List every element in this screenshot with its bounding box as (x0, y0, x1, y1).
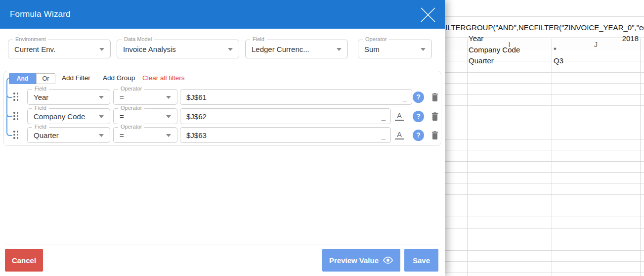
drag-handle-icon[interactable] (13, 112, 18, 120)
dialog-header: Formula Wizard (0, 0, 445, 29)
data-model-label: Data Model (122, 36, 154, 42)
formula-text: ILTERGROUP("AND",NECFILTER("ZINVOICE_YEA… (445, 23, 644, 32)
eye-icon (383, 256, 393, 264)
filter-row: Field Quarter Operator = $J$63 _ A ? (4, 127, 441, 143)
add-filter-button[interactable]: Add Filter (62, 74, 90, 82)
grid-line (552, 39, 552, 276)
cell-label[interactable]: Quarter (469, 55, 550, 66)
filter-value-input[interactable]: $J$61 _ (180, 89, 412, 105)
filter-field-select[interactable]: Field Quarter (27, 127, 110, 143)
filter-operator-label: Operator (118, 105, 144, 111)
cell-value[interactable]: Q3 (554, 55, 639, 66)
filter-field-label: Field (32, 86, 49, 92)
close-icon[interactable] (419, 6, 437, 24)
filter-field-label: Field (32, 105, 49, 111)
chevron-down-icon (99, 134, 104, 137)
footer-divider (4, 244, 441, 244)
grid-line (640, 39, 641, 276)
chevron-down-icon (99, 48, 104, 51)
chevron-down-icon (166, 134, 171, 137)
clear-all-filters-button[interactable]: Clear all filters (142, 74, 185, 82)
filter-operator-label: Operator (118, 86, 144, 92)
filter-operator-label: Operator (118, 124, 144, 130)
chevron-down-icon (166, 96, 171, 99)
environment-value: Current Env. (14, 45, 55, 53)
sheet-row-year[interactable]: Year 2018 (445, 33, 644, 44)
text-format-icon[interactable]: A (395, 130, 404, 139)
filter-operator-value: = (120, 131, 124, 139)
cursor-underscore: _ (403, 93, 407, 102)
filter-builder: And Or Add Filter Add Group Clear all fi… (3, 71, 441, 146)
operator-value: Sum (364, 45, 380, 53)
filter-field-select[interactable]: Field Year (27, 89, 110, 105)
preview-value-button[interactable]: Preview Value (322, 249, 400, 272)
drag-handle-icon[interactable] (13, 131, 18, 139)
dialog-title: Formula Wizard (10, 9, 71, 19)
chevron-down-icon (99, 96, 104, 99)
cursor-underscore: _ (382, 132, 386, 140)
filter-field-value: Company Code (34, 112, 85, 121)
cell-value[interactable]: * (554, 45, 639, 55)
field-select[interactable]: Field Ledger Currenc... (245, 40, 348, 58)
data-model-select[interactable]: Data Model Invoice Analysis (117, 40, 239, 58)
add-group-button[interactable]: Add Group (103, 74, 135, 82)
cancel-button[interactable]: Cancel (5, 249, 43, 272)
formula-wizard-dialog: Formula Wizard Environment Current Env. … (0, 0, 445, 276)
filter-operator-select[interactable]: Operator = (113, 89, 177, 105)
filter-value-text: $J$62 (186, 112, 207, 121)
formula-pre: ILTERGROUP("AND",NECFILTER("ZINVOICE_YEA… (445, 23, 644, 32)
chevron-down-icon (228, 48, 233, 51)
cell-label[interactable]: Year (469, 33, 550, 44)
drag-handle-icon[interactable] (13, 92, 18, 101)
text-format-icon[interactable]: A (395, 111, 404, 121)
chevron-down-icon (99, 115, 104, 118)
environment-label: Environment (13, 36, 48, 42)
filter-field-value: Quarter (34, 131, 59, 139)
field-label: Field (250, 36, 267, 42)
filter-operator-select[interactable]: Operator = (113, 108, 177, 124)
sheet-row-company-code[interactable]: Company Code * (445, 45, 644, 55)
trash-icon[interactable] (429, 111, 440, 122)
filter-value-input[interactable]: $J$62 _ (180, 108, 391, 124)
filter-operator-value: = (120, 112, 124, 121)
sheet-grid[interactable] (445, 50, 644, 276)
help-icon[interactable]: ? (413, 111, 424, 122)
save-button[interactable]: Save (404, 249, 438, 272)
or-toggle-button[interactable]: Or (36, 73, 55, 84)
sheet-row-quarter[interactable]: Quarter Q3 (445, 55, 644, 66)
filter-field-select[interactable]: Field Company Code (27, 108, 110, 124)
trash-icon[interactable] (429, 130, 440, 140)
operator-label: Operator (363, 36, 389, 42)
cell-label[interactable]: Company Code (469, 45, 550, 55)
chevron-down-icon (421, 48, 426, 51)
operator-select[interactable]: Operator Sum (358, 40, 432, 58)
filter-field-label: Field (32, 124, 49, 130)
environment-select[interactable]: Environment Current Env. (8, 40, 111, 58)
data-model-value: Invoice Analysis (123, 45, 176, 53)
chevron-down-icon (166, 115, 171, 118)
cursor-underscore: _ (382, 113, 386, 121)
cell-value[interactable]: 2018 (554, 33, 639, 44)
help-icon[interactable]: ? (413, 130, 424, 141)
spreadsheet-pane: ILTERGROUP("AND",NECFILTER("ZINVOICE_YEA… (445, 0, 644, 276)
field-value: Ledger Currenc... (252, 45, 309, 53)
and-or-toggle: And Or (9, 73, 55, 84)
filter-value-text: $J$63 (186, 131, 207, 139)
help-icon[interactable]: ? (413, 92, 424, 103)
filter-row: Field Company Code Operator = $J$62 _ A … (4, 108, 441, 125)
filter-field-value: Year (34, 93, 48, 101)
trash-icon[interactable] (429, 92, 440, 102)
filter-row: Field Year Operator = $J$61 _ ? (4, 89, 441, 105)
filter-operator-select[interactable]: Operator = (113, 127, 177, 143)
filter-value-text: $J$61 (186, 93, 207, 101)
filter-value-input[interactable]: $J$63 _ (180, 127, 391, 143)
grid-line (467, 39, 468, 276)
chevron-down-icon (337, 48, 342, 51)
filter-operator-value: = (120, 93, 124, 101)
preview-value-label: Preview Value (329, 256, 379, 265)
